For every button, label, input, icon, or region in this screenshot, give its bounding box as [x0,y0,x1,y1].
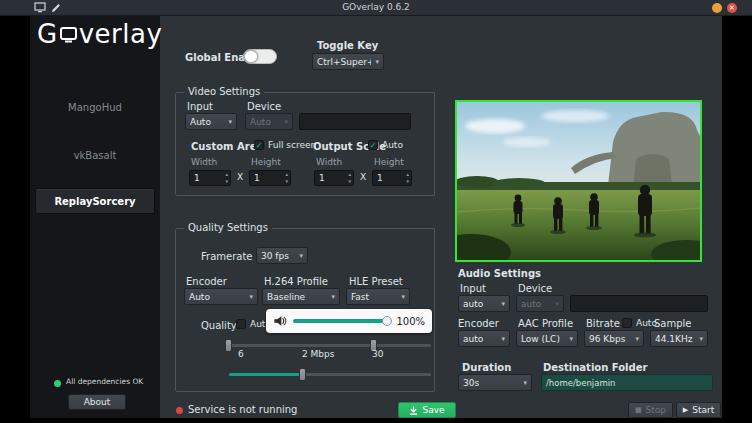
bitrate-select[interactable]: 96 Kbps ▾ [584,330,644,347]
video-input-label: Input [187,101,213,112]
chevron-down-icon: ▾ [565,335,573,343]
video-device-label: Device [247,101,281,112]
chevron-down-icon: ▾ [327,293,335,301]
framerate-select[interactable]: 30 fps ▾ [256,247,308,264]
chevron-down-icon: ▾ [224,118,232,126]
chevron-down-icon: ▾ [695,335,703,343]
dependencies-status: All dependencies OK [66,377,143,386]
video-settings-title: Video Settings [184,86,264,97]
audio-encoder-select[interactable]: auto ▾ [458,330,510,347]
spinner-arrows-icon[interactable]: ▴▾ [225,171,228,185]
audio-device-select[interactable]: auto ▾ [516,295,564,312]
spinner-arrows-icon[interactable]: ▴▾ [406,171,409,185]
custom-height-label: Height [251,157,281,167]
audio-device-field[interactable] [570,295,708,312]
quality-range-slider[interactable] [229,344,431,347]
chevron-down-icon: ▾ [551,300,559,308]
output-scale-auto-checkbox[interactable]: ✓ Auto [368,140,403,150]
chevron-down-icon: ▾ [371,58,379,66]
hle-preset-select[interactable]: Fast ▾ [346,288,410,305]
h264-profile-label: H.264 Profile [264,276,328,287]
aac-profile-select[interactable]: Low (LC) ▾ [516,330,578,347]
checkbox-icon [236,319,246,329]
chevron-down-icon: ▾ [280,118,288,126]
save-button[interactable]: Save [398,402,456,418]
scale-height-spinbox[interactable]: 1 ▴▾ [372,170,412,186]
volume-popup: 100% [266,309,432,333]
game-scene [457,102,700,260]
custom-width-spinbox[interactable]: 1 ▴▾ [189,170,231,186]
video-settings-group: Video Settings Input Device Auto ▾ Auto … [175,92,435,196]
audio-settings-title: Audio Settings [458,268,541,279]
chevron-down-icon: ▾ [397,293,405,301]
quality-label: Quality [201,320,237,331]
bitrate-auto-checkbox[interactable]: Auto [622,318,657,328]
destination-folder-label: Destination Folder [543,362,647,373]
dependencies-ok-dot [54,380,61,387]
titlebar: GOverlay 0.6.2 ✕ [0,0,752,16]
encoder-select[interactable]: Auto ▾ [184,288,258,305]
sidebar: G verlay MangoHud vkBasalt ReplaySorcery… [30,16,160,418]
audio-encoder-label: Encoder [458,318,499,329]
video-input-select[interactable]: Auto ▾ [185,113,237,130]
audio-input-label: Input [460,283,486,294]
speaker-icon [273,314,287,328]
spinner-arrows-icon[interactable]: ▴▾ [285,171,288,185]
h264-profile-select[interactable]: Baseline ▾ [262,288,340,305]
app-window: G verlay MangoHud vkBasalt ReplaySorcery… [30,16,722,418]
scale-width-spinbox[interactable]: 1 ▴▾ [314,170,354,186]
volume-slider[interactable] [293,319,390,323]
service-status-dot [176,407,183,414]
spinner-arrows-icon[interactable]: ▴▾ [348,171,351,185]
slider-min-value: 6 [238,349,244,359]
framerate-label: Framerate [201,251,252,262]
video-device-select[interactable]: Auto ▾ [245,113,293,130]
full-screen-checkbox[interactable]: ✓ Full screen [254,140,316,150]
bitrate-slider[interactable] [229,373,431,376]
start-button[interactable]: ▶ Start [676,402,721,418]
service-status-text: Service is not running [188,404,297,415]
quality-range-handle-min[interactable] [225,339,232,352]
custom-height-spinbox[interactable]: 1 ▴▾ [249,170,291,186]
sidebar-item-vkbasalt[interactable]: vkBasalt [30,150,160,161]
bitrate-slider-handle[interactable] [299,368,306,381]
chevron-down-icon: ▾ [519,379,527,387]
close-button[interactable]: ✕ [727,3,737,13]
duration-label: Duration [462,362,511,373]
checkbox-icon [622,318,632,328]
audio-input-select[interactable]: auto ▾ [458,295,510,312]
video-device-field[interactable] [299,113,411,130]
toggle-key-select[interactable]: Ctrl+Super+R ▾ [312,53,384,70]
stop-button[interactable]: ■ Stop [628,402,673,418]
encoder-label: Encoder [186,276,227,287]
aac-profile-label: AAC Profile [518,318,573,329]
chevron-down-icon: ▾ [245,293,253,301]
minimize-button[interactable] [712,3,722,13]
play-icon: ▶ [683,406,688,414]
slider-current-value: 2 Mbps [302,349,334,359]
sidebar-item-mangohud[interactable]: MangoHud [30,102,160,113]
scale-height-label: Height [374,157,404,167]
checkbox-check-icon: ✓ [368,140,378,150]
about-button[interactable]: About [68,394,126,410]
sidebar-item-replaysorcery[interactable]: ReplaySorcery [35,188,155,214]
duration-select[interactable]: 30s ▾ [458,374,532,391]
quality-settings-title: Quality Settings [184,222,272,233]
display-icon [59,25,78,45]
chevron-down-icon: ▾ [497,300,505,308]
chevron-down-icon: ▾ [497,335,505,343]
sample-select[interactable]: 44.1KHz ▾ [650,330,708,347]
toggle-knob [244,50,258,63]
volume-slider-handle[interactable] [382,316,392,326]
window-title: GOverlay 0.6.2 [0,2,752,12]
save-icon [409,406,418,415]
preview-image [455,100,702,262]
toggle-key-label: Toggle Key [317,40,378,51]
custom-width-label: Width [191,157,217,167]
destination-folder-field[interactable]: /home/benjamin [541,374,713,391]
bitrate-label: Bitrate [586,318,620,329]
hle-preset-label: HLE Preset [349,276,403,287]
bitrate-slider-fill [229,373,305,376]
app-logo: G verlay [37,19,162,49]
global-enable-toggle[interactable] [243,49,277,64]
